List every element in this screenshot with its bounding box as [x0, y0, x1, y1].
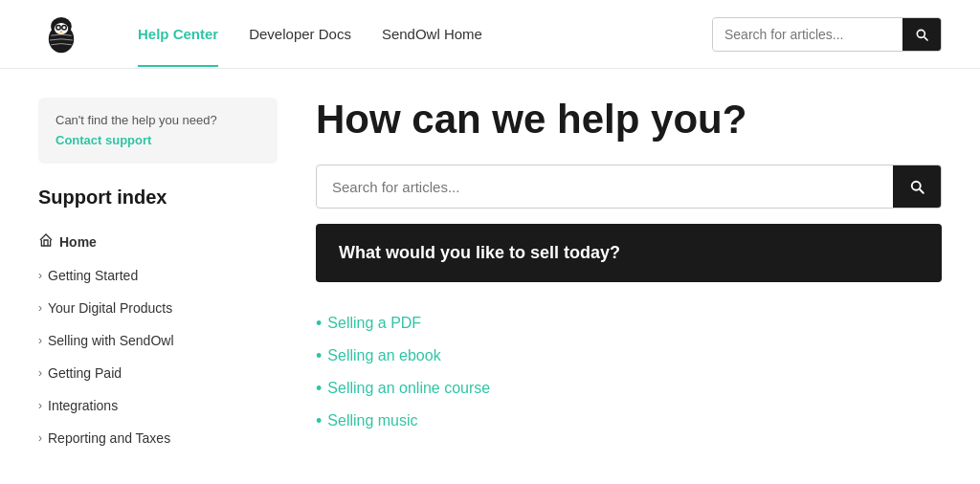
- sidebar-item-reporting-taxes[interactable]: › Reporting and Taxes: [38, 422, 278, 454]
- sell-link-item: Selling an ebook: [316, 341, 942, 370]
- sell-link-item: Selling a PDF: [316, 309, 942, 338]
- chevron-icon: ›: [38, 301, 42, 315]
- content-search-button[interactable]: [893, 165, 941, 208]
- sidebar-item-getting-started-label: Getting Started: [48, 268, 138, 283]
- sell-link-item: Selling music: [316, 407, 942, 435]
- chevron-icon: ›: [38, 269, 42, 282]
- sell-banner: What would you like to sell today?: [316, 224, 942, 282]
- sidebar-item-selling-sendowl-label: Selling with SendOwl: [48, 333, 174, 348]
- sidebar-item-getting-paid[interactable]: › Getting Paid: [38, 357, 278, 389]
- home-icon: [38, 232, 54, 251]
- support-index-title: Support index: [38, 187, 278, 209]
- header-search-box: [712, 17, 942, 52]
- chevron-icon: ›: [38, 431, 42, 445]
- sell-link-online-course[interactable]: Selling an online course: [327, 380, 490, 397]
- content-search-input[interactable]: [317, 167, 893, 207]
- sell-link-ebook[interactable]: Selling an ebook: [327, 347, 440, 364]
- chevron-icon: ›: [38, 399, 42, 412]
- main-container: Can't find the help you need? Contact su…: [0, 69, 980, 484]
- search-icon: [908, 178, 925, 195]
- nav-developer-docs[interactable]: Developer Docs: [234, 18, 367, 50]
- sidebar-item-digital-products-label: Your Digital Products: [48, 300, 172, 316]
- contact-box: Can't find the help you need? Contact su…: [38, 98, 278, 164]
- main-nav: Help Center Developer Docs SendOwl Home: [122, 18, 712, 50]
- chevron-icon: ›: [38, 334, 42, 347]
- sidebar-item-home-label: Home: [59, 234, 97, 250]
- sidebar-item-digital-products[interactable]: › Your Digital Products: [38, 292, 278, 324]
- svg-point-7: [63, 26, 66, 29]
- header-search-button[interactable]: [902, 18, 941, 51]
- sell-link-music[interactable]: Selling music: [327, 412, 417, 429]
- sell-link-pdf[interactable]: Selling a PDF: [327, 315, 421, 332]
- chevron-icon: ›: [38, 366, 42, 380]
- content-search-box: [316, 165, 942, 209]
- sidebar-item-home[interactable]: Home: [38, 224, 278, 259]
- main-content: How can we help you? What would you like…: [316, 98, 942, 455]
- sidebar-item-getting-started[interactable]: › Getting Started: [38, 259, 278, 292]
- sidebar-item-integrations-label: Integrations: [48, 398, 118, 413]
- header: Help Center Developer Docs SendOwl Home: [0, 0, 980, 69]
- sidebar-item-integrations[interactable]: › Integrations: [38, 389, 278, 422]
- logo[interactable]: [38, 11, 84, 57]
- svg-point-5: [57, 26, 60, 29]
- sell-link-item: Selling an online course: [316, 374, 942, 403]
- search-icon: [914, 27, 929, 42]
- sell-links-list: Selling a PDF Selling an ebook Selling a…: [316, 309, 942, 435]
- header-search-input[interactable]: [713, 19, 902, 50]
- sidebar: Can't find the help you need? Contact su…: [38, 98, 278, 455]
- sidebar-item-getting-paid-label: Getting Paid: [48, 365, 122, 381]
- contact-support-link[interactable]: Contact support: [56, 133, 151, 147]
- nav-sendowl-home[interactable]: SendOwl Home: [367, 18, 498, 50]
- contact-box-text: Can't find the help you need?: [56, 113, 260, 127]
- sidebar-item-reporting-taxes-label: Reporting and Taxes: [48, 430, 170, 446]
- hero-title: How can we help you?: [316, 98, 942, 142]
- sidebar-item-selling-sendowl[interactable]: › Selling with SendOwl: [38, 324, 278, 357]
- nav-help-center[interactable]: Help Center: [122, 18, 234, 50]
- sidebar-nav: Home › Getting Started › Your Digital Pr…: [38, 224, 278, 454]
